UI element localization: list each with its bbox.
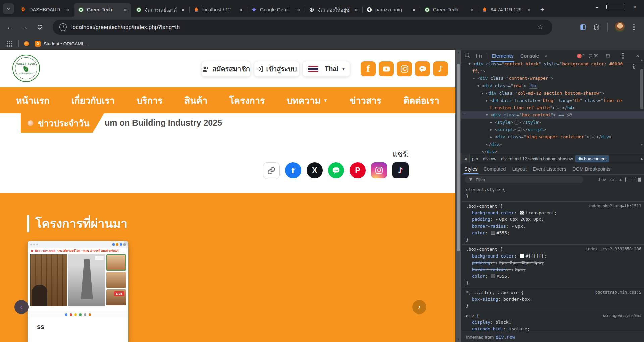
tab-close-icon[interactable]: ×	[180, 6, 186, 13]
css-property[interactable]: padding: ▶0px 0px 20px 0px;	[466, 216, 644, 223]
split-panel-icon[interactable]	[635, 177, 641, 182]
forward-button[interactable]: →	[19, 22, 30, 33]
nav-item-ข่าวสาร[interactable]: ข่าวสาร	[350, 93, 381, 108]
dom-tree-node[interactable]: f-custom line-ref-white">…</h4>	[461, 104, 644, 111]
error-badge[interactable]: × 1	[577, 54, 585, 58]
language-select[interactable]: Thai ▼	[303, 61, 350, 77]
devtools-tab-console[interactable]: Console	[517, 50, 543, 62]
dom-tree-node[interactable]: ▶<div class="blog-wrapper-container">…</…	[461, 133, 644, 141]
tab-close-icon[interactable]: ×	[411, 6, 417, 13]
extensions-icon[interactable]	[591, 22, 602, 33]
share-facebook-icon[interactable]: f	[285, 162, 301, 178]
address-bar[interactable]: i localhost/greentech/app/index.php?lang…	[53, 20, 552, 35]
dom-tree-node[interactable]: </div>	[461, 141, 644, 148]
devtools-tab-elements[interactable]: Elements	[488, 50, 517, 62]
css-property[interactable]: padding: ▶0px 0px 80px 0px;	[466, 259, 644, 266]
rule-selector[interactable]: .box-content {	[466, 246, 503, 253]
tab-search-button[interactable]	[3, 3, 14, 14]
filter-input[interactable]: Filter	[465, 176, 583, 183]
profile-avatar[interactable]	[614, 22, 625, 33]
dom-tree-node[interactable]: ▼<div class="row">flex	[461, 82, 644, 90]
color-swatch[interactable]	[491, 274, 495, 278]
css-property[interactable]: color: #555;	[466, 273, 644, 280]
nav-item-โครงการ[interactable]: โครงการ	[229, 93, 265, 108]
rule-selector[interactable]: *, ::after, ::before {	[466, 289, 524, 296]
tab-close-icon[interactable]: ×	[468, 6, 475, 13]
chrome-menu-icon[interactable]	[629, 22, 639, 33]
share-link-icon[interactable]	[263, 162, 280, 179]
browser-tab[interactable]: localhost / 12×	[189, 3, 247, 17]
nav-item-ติดต่อเรา[interactable]: ติดต่อเรา	[403, 93, 439, 108]
new-style-rule-button[interactable]: +	[619, 177, 622, 183]
browser-tab[interactable]: Green Tech×	[420, 3, 478, 17]
scroll-down-icon[interactable]: ▼	[640, 143, 643, 146]
breadcrumb-scroll-right[interactable]: ▶	[641, 157, 643, 161]
css-property[interactable]: border-radius: ▶8px;	[466, 266, 644, 273]
scrollbar-thumb[interactable]	[457, 64, 460, 251]
project-card[interactable]: REC 18:19:00 ประวัติศาสตร์ไทย : ตอน อาจา…	[28, 241, 128, 342]
reload-button[interactable]	[34, 22, 45, 33]
stylesheet-link[interactable]: user agent stylesheet	[600, 312, 641, 319]
register-button[interactable]: สมัครสมาชิก	[201, 61, 251, 77]
tab-close-icon[interactable]: ×	[237, 6, 244, 13]
tiktok-icon[interactable]: ♪	[433, 61, 448, 76]
line-icon[interactable]	[415, 61, 430, 76]
tab-close-icon[interactable]: ×	[122, 6, 129, 13]
site-info-icon[interactable]: i	[59, 23, 67, 31]
device-toolbar-icon[interactable]	[474, 52, 484, 60]
sidebar-tab-dom-breakpoints[interactable]: DOM Breakpoints	[569, 163, 613, 174]
share-instagram-icon[interactable]	[371, 162, 387, 178]
scroll-up-icon[interactable]: ▲	[455, 50, 461, 55]
stylesheet-link[interactable]: index.php?lang=th:1511	[585, 203, 641, 210]
side-panel-icon[interactable]	[578, 22, 588, 33]
more-tabs-button[interactable]: »	[543, 53, 549, 59]
browser-tab[interactable]: Google Gemi×	[247, 3, 305, 17]
share-x-icon[interactable]: X	[307, 162, 323, 178]
ticker-headline[interactable]: um on Building Industry 2025	[105, 118, 222, 128]
close-button[interactable]: ×	[625, 0, 644, 13]
color-swatch[interactable]	[520, 211, 524, 215]
apps-grid-icon[interactable]	[7, 41, 12, 47]
nav-item-บริการ[interactable]: บริการ	[137, 93, 163, 108]
scroll-up-icon[interactable]: ▲	[640, 58, 643, 62]
accessibility-icon[interactable]	[631, 64, 637, 71]
devtools-menu-icon[interactable]	[618, 52, 628, 60]
browser-tab[interactable]: จัดการเลย์เอาต์×	[131, 3, 189, 17]
rule-selector[interactable]: element.style {	[466, 186, 505, 193]
dom-tree-node[interactable]: ⋯▼<div class="box-content"> == $0	[461, 111, 644, 119]
browser-tab[interactable]: Green Tech×	[74, 3, 131, 17]
rule-selector[interactable]: .box-content {	[466, 203, 503, 210]
sidebar-tab-computed[interactable]: Computed	[481, 163, 509, 174]
color-swatch[interactable]	[491, 231, 495, 235]
share-line-icon[interactable]: LINE	[328, 162, 344, 178]
page-scrollbar[interactable]: ▲ ▼	[455, 50, 461, 342]
css-property[interactable]: border-radius: ▶8px;	[466, 223, 644, 230]
computed-styles-icon[interactable]	[625, 177, 631, 182]
youtube-icon[interactable]	[379, 61, 394, 76]
new-tab-button[interactable]: +	[537, 5, 547, 15]
facebook-icon[interactable]: f	[361, 61, 376, 76]
browser-tab[interactable]: paruzznnn/g×	[362, 3, 420, 17]
css-property[interactable]: display: block;	[466, 319, 644, 326]
breadcrumb-item[interactable]: div.box-content	[575, 155, 609, 162]
breadcrumb-item[interactable]: div.col-md-12.section.bottom-shasow	[499, 155, 575, 162]
favicon-bookmark-icon[interactable]	[24, 41, 29, 46]
nav-item-เกี่ยวกับเรา[interactable]: เกี่ยวกับเรา	[71, 93, 115, 108]
stylesheet-link[interactable]: index_.css?…9392658:286	[582, 246, 641, 253]
tab-close-icon[interactable]: ×	[295, 6, 302, 13]
bookmark-star-icon[interactable]: ☆	[537, 23, 543, 31]
cls-toggle[interactable]: .cls	[609, 177, 615, 182]
scrollbar-thumb[interactable]	[640, 69, 643, 109]
nav-item-หน้าแรก[interactable]: หน้าแรก	[16, 93, 50, 108]
browser-tab[interactable]: จัดกล่องให้อยู่ซ้×	[305, 3, 362, 17]
dom-tree-node[interactable]: ▼<div class="content-block" style="backg…	[461, 62, 644, 68]
css-property[interactable]: background-color: transparent;	[466, 210, 644, 216]
maximize-button[interactable]	[606, 0, 625, 13]
greentech-logo[interactable]: GREEN TECH LEADERSHIP	[12, 55, 40, 82]
message-badge[interactable]: 39	[588, 54, 598, 58]
instagram-icon[interactable]	[397, 61, 412, 76]
back-button[interactable]: ←	[5, 22, 15, 33]
nav-item-บทความ[interactable]: บทความ▼	[287, 93, 328, 108]
dom-tree-node[interactable]: ff;">	[461, 68, 644, 75]
color-swatch[interactable]	[520, 254, 524, 258]
